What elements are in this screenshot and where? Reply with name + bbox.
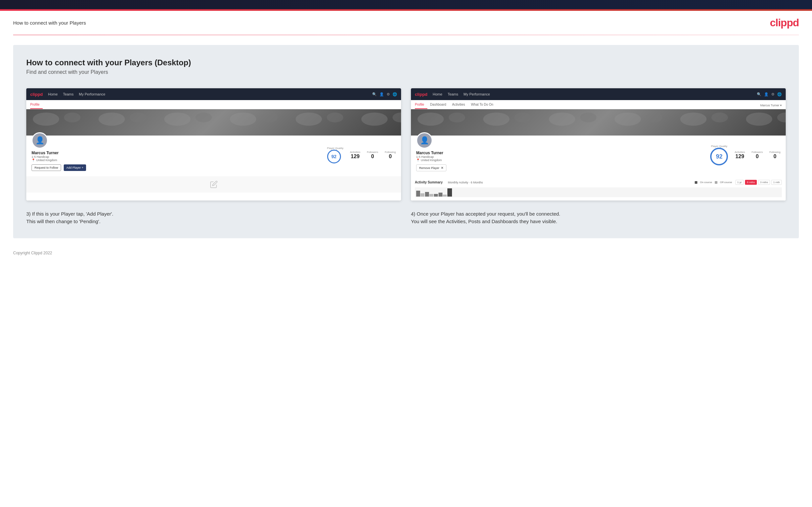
followers-label-2: Followers bbox=[752, 151, 763, 154]
on-course-label: On course bbox=[700, 181, 712, 184]
settings-icon-1[interactable]: ⚙ bbox=[387, 92, 390, 97]
activity-chart bbox=[415, 187, 782, 197]
remove-player-button[interactable]: Remove Player ✕ bbox=[416, 164, 446, 171]
chart-bar-2 bbox=[420, 193, 424, 196]
chart-bar-group-2 bbox=[425, 192, 433, 196]
player-handicap-2: 1-5 Handicap bbox=[416, 155, 446, 159]
follow-button-1[interactable]: Request to Follow bbox=[32, 164, 61, 171]
on-course-dot bbox=[695, 181, 697, 184]
nav-home-1[interactable]: Home bbox=[48, 92, 57, 96]
filter-3mths[interactable]: 3 mths bbox=[758, 180, 770, 185]
desc-step3: 3) If this is your Player tap, 'Add Play… bbox=[26, 210, 401, 225]
player-location-2: 📍 United Kingdom bbox=[416, 159, 446, 162]
globe-icon-1[interactable]: 🌐 bbox=[393, 92, 397, 97]
action-buttons-1: Request to Follow Add Player + bbox=[32, 164, 86, 171]
tab-profile-1[interactable]: Profile bbox=[30, 103, 43, 109]
followers-stat-2: Followers 0 bbox=[752, 151, 763, 160]
chart-bar-group-5 bbox=[447, 188, 452, 196]
app-tabs-1: Profile bbox=[26, 100, 401, 109]
profile-left-1: 👤 Marcus Turner 1-5 Handicap 📍 United Ki… bbox=[32, 139, 86, 171]
player-dropdown-2[interactable]: Marcus Turner ▾ bbox=[760, 104, 782, 109]
following-label-1: Following bbox=[385, 151, 396, 154]
activities-label-1: Activities bbox=[350, 151, 360, 154]
quality-circle-2: 92 bbox=[710, 148, 728, 165]
user-icon-2[interactable]: 👤 bbox=[764, 92, 769, 97]
nav-teams-2[interactable]: Teams bbox=[448, 92, 458, 96]
location-text-1: United Kingdom bbox=[36, 159, 57, 162]
following-label-2: Following bbox=[769, 151, 780, 154]
following-value-1: 0 bbox=[385, 154, 396, 160]
profile-info-2: 👤 Marcus Turner 1-5 Handicap 📍 United Ki… bbox=[411, 135, 786, 177]
activity-title: Activity Summary bbox=[415, 180, 443, 184]
screenshot-1: clippd Home Teams My Performance 🔍 👤 ⚙ 🌐… bbox=[26, 88, 401, 201]
header: How to connect with your Players clippd bbox=[0, 11, 812, 35]
followers-stat-1: Followers 0 bbox=[367, 151, 378, 160]
step3-text: 3) If this is your Player tap, 'Add Play… bbox=[26, 211, 113, 224]
filter-1yr[interactable]: 1 yr bbox=[735, 180, 744, 185]
avatar-2: 👤 bbox=[416, 132, 433, 149]
tab-whattodo-2[interactable]: What To Do On bbox=[471, 103, 497, 109]
filter-6mths[interactable]: 6 mths bbox=[745, 180, 757, 185]
tab-dashboard-2[interactable]: Dashboard bbox=[430, 103, 449, 109]
banner-overlay-1 bbox=[26, 109, 401, 135]
following-stat-1: Following 0 bbox=[385, 151, 396, 160]
quality-circle-1: 92 bbox=[327, 150, 341, 163]
settings-icon-2[interactable]: ⚙ bbox=[771, 92, 774, 97]
nav-myperformance-1[interactable]: My Performance bbox=[79, 92, 105, 96]
footer: Copyright Clippd 2022 bbox=[0, 248, 812, 262]
nav-right-icons-1: 🔍 👤 ⚙ 🌐 bbox=[372, 92, 397, 97]
pencil-icon-1 bbox=[210, 180, 218, 188]
page-heading: How to connect with your Players (Deskto… bbox=[26, 58, 786, 67]
descriptions-row: 3) If this is your Player tap, 'Add Play… bbox=[26, 210, 786, 225]
activities-value-2: 129 bbox=[734, 154, 745, 160]
followers-value-1: 0 bbox=[367, 154, 378, 160]
location-text-2: United Kingdom bbox=[421, 159, 442, 162]
top-bar bbox=[0, 0, 812, 9]
profile-banner-2 bbox=[411, 109, 786, 135]
edit-icon-area-1 bbox=[26, 176, 401, 192]
activity-legend: On course Off course bbox=[695, 181, 732, 184]
search-icon-1[interactable]: 🔍 bbox=[372, 92, 377, 97]
quality-stat-2: Player Quality 92 bbox=[710, 145, 728, 165]
nav-logo-1: clippd bbox=[30, 92, 43, 97]
chart-bar-5 bbox=[434, 194, 438, 196]
globe-icon-2[interactable]: 🌐 bbox=[777, 92, 782, 97]
header-title: How to connect with your Players bbox=[13, 20, 86, 25]
activity-header-2: Activity Summary Monthly Activity · 6 Mo… bbox=[415, 180, 782, 185]
nav-home-2[interactable]: Home bbox=[433, 92, 442, 96]
nav-myperformance-2[interactable]: My Performance bbox=[463, 92, 490, 96]
tab-profile-2[interactable]: Profile bbox=[415, 103, 427, 109]
activities-value-1: 129 bbox=[350, 154, 360, 160]
desc-step4: 4) Once your Player has accepted your re… bbox=[411, 210, 786, 225]
tab-activities-2[interactable]: Activities bbox=[452, 103, 468, 109]
filter-1mth[interactable]: 1 mth bbox=[771, 180, 782, 185]
avatar-icon-1: 👤 bbox=[36, 136, 44, 145]
search-icon-2[interactable]: 🔍 bbox=[757, 92, 761, 97]
app-nav-2: clippd Home Teams My Performance 🔍 👤 ⚙ 🌐 bbox=[411, 88, 786, 100]
remove-label: Remove Player bbox=[419, 166, 440, 170]
time-filters: 1 yr 6 mths 3 mths 1 mth bbox=[735, 180, 782, 185]
activity-section-2: Activity Summary Monthly Activity · 6 Mo… bbox=[411, 177, 786, 201]
nav-right-icons-2: 🔍 👤 ⚙ 🌐 bbox=[757, 92, 782, 97]
activity-title-group: Activity Summary Monthly Activity · 6 Mo… bbox=[415, 180, 483, 184]
profile-banner-1 bbox=[26, 109, 401, 135]
page-subheading: Find and connect with your Players bbox=[26, 69, 786, 75]
activities-label-2: Activities bbox=[734, 151, 745, 154]
chart-bar-4 bbox=[429, 194, 433, 196]
stats-row-2: Player Quality 92 Activities 129 Followe… bbox=[710, 145, 780, 165]
chart-bar-group-3 bbox=[434, 194, 438, 196]
location-icon-2: 📍 bbox=[416, 159, 420, 162]
app-nav-1: clippd Home Teams My Performance 🔍 👤 ⚙ 🌐 bbox=[26, 88, 401, 100]
stats-row-1: Player Quality 92 Activities 129 Followe… bbox=[327, 147, 396, 163]
nav-teams-1[interactable]: Teams bbox=[63, 92, 73, 96]
user-icon-1[interactable]: 👤 bbox=[379, 92, 384, 97]
profile-info-1: 👤 Marcus Turner 1-5 Handicap 📍 United Ki… bbox=[26, 135, 401, 176]
off-course-dot bbox=[715, 181, 717, 184]
banner-overlay-2 bbox=[411, 109, 786, 135]
chart-bar-group-1 bbox=[416, 191, 424, 196]
add-player-button-1[interactable]: Add Player + bbox=[64, 164, 86, 171]
chart-bar-6 bbox=[439, 192, 443, 196]
following-stat-2: Following 0 bbox=[769, 151, 780, 160]
quality-label-2: Player Quality bbox=[710, 145, 728, 148]
screenshot-2: clippd Home Teams My Performance 🔍 👤 ⚙ 🌐… bbox=[411, 88, 786, 201]
